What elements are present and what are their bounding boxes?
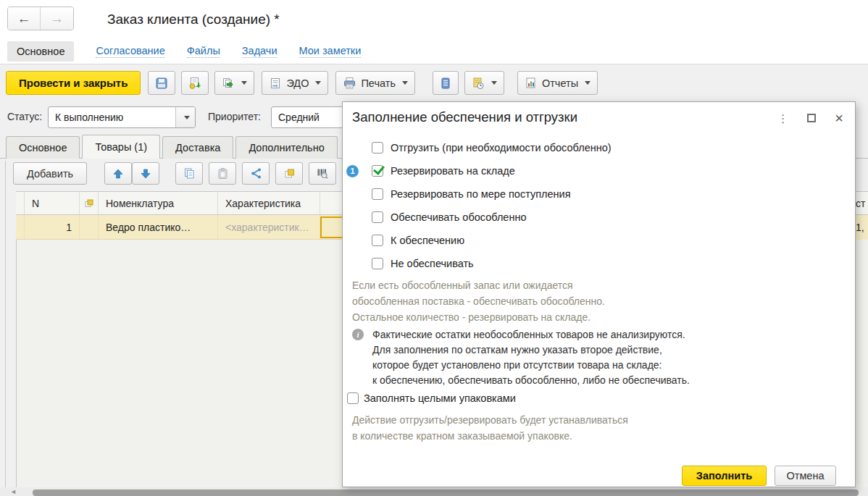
form-nav-tabs: Основное Согласование Файлы Задачи Мои з… — [7, 40, 361, 62]
edo-button[interactable]: ЭДО — [262, 71, 328, 95]
split-row-button[interactable] — [242, 162, 270, 185]
dropdown-caret-icon — [402, 81, 408, 85]
back-button[interactable]: ← — [8, 7, 41, 30]
print-button[interactable]: Печать — [335, 71, 415, 95]
characteristics-button[interactable] — [275, 162, 303, 185]
tab-additional[interactable]: Дополнительно — [235, 136, 337, 159]
paste-button[interactable] — [209, 162, 236, 185]
forward-button[interactable]: → — [41, 7, 73, 30]
selected-cell-outline[interactable] — [320, 217, 343, 238]
column-header-characteristic[interactable]: Характеристика — [218, 192, 320, 214]
status-value: К выполнению — [49, 107, 175, 127]
arrow-left-icon: ← — [17, 11, 31, 27]
barcode-magnifier-icon — [316, 167, 330, 180]
nav-tab-files[interactable]: Файлы — [187, 45, 220, 58]
reserve-hint-text: Если есть обособленный запас или ожидает… — [352, 277, 605, 325]
option-label[interactable]: Резервировать по мере поступления — [391, 188, 571, 200]
document-clock-icon — [472, 77, 485, 90]
scrollbar-thumb[interactable] — [33, 489, 859, 496]
post-and-close-button[interactable]: Провести и закрыть — [6, 71, 141, 95]
print-label: Печать — [361, 77, 396, 89]
fill-button[interactable]: Заполнить — [682, 466, 767, 486]
report-chart-icon — [525, 77, 538, 90]
status-dropdown-button[interactable] — [175, 107, 195, 127]
cell-nomenclature[interactable]: Ведро пластико… — [99, 215, 218, 239]
page-title: Заказ клиента (создание) * — [107, 12, 280, 28]
tab-delivery[interactable]: Доставка — [162, 136, 233, 159]
column-header-n[interactable]: N — [25, 192, 80, 214]
application-window: ← → Заказ клиента (создание) * Основное … — [0, 0, 868, 496]
option-no-provision[interactable]: Не обеспечивать — [343, 252, 850, 275]
checkbox[interactable] — [372, 188, 383, 200]
cell-characteristic[interactable]: <характеристик… — [218, 215, 320, 239]
nav-tab-main[interactable]: Основное — [7, 41, 74, 62]
checkbox[interactable] — [372, 258, 383, 269]
info-note-text: Фактические остатки необособленных товар… — [372, 327, 690, 388]
yellow-box-icon — [84, 198, 94, 209]
post-document-icon — [188, 77, 201, 90]
document-schedule-button[interactable] — [464, 71, 504, 95]
status-select[interactable]: К выполнению — [48, 106, 196, 128]
option-to-provision[interactable]: К обеспечению — [343, 229, 850, 252]
option-label[interactable]: Обеспечивать обособленно — [391, 211, 527, 223]
horizontal-scrollbar: ◄ — [0, 487, 868, 496]
edo-document-icon — [269, 77, 282, 90]
info-icon: i — [352, 329, 364, 340]
checkbox[interactable] — [347, 392, 359, 404]
barcode-search-button[interactable] — [309, 162, 336, 185]
arrow-up-icon — [112, 168, 124, 180]
copy-button[interactable] — [175, 162, 203, 185]
option-ship[interactable]: Отгрузить (при необходимости обособленно… — [343, 136, 850, 159]
option-label[interactable]: Резервировать на складе — [391, 165, 515, 177]
top-bar: ← → Заказ клиента (создание) * Основное … — [0, 0, 868, 64]
option-reserve-warehouse[interactable]: 1 Резервировать на складе — [343, 159, 850, 182]
clipped-column-header[interactable]: ст — [856, 191, 868, 215]
command-bar: Провести и закрыть ЭДО Печать — [0, 64, 868, 101]
post-document-button[interactable] — [181, 71, 209, 95]
scroll-left-arrow-icon[interactable]: ◄ — [10, 488, 17, 495]
yellow-box-icon — [283, 167, 296, 180]
checkbox[interactable] — [372, 211, 383, 223]
add-row-button[interactable]: Добавить — [13, 162, 87, 185]
option-reserve-incoming[interactable]: Резервировать по мере поступления — [343, 182, 850, 206]
reports-label: Отчеты — [542, 77, 578, 89]
cancel-button[interactable]: Отмена — [775, 466, 836, 486]
checkbox[interactable] — [372, 165, 383, 177]
tab-main[interactable]: Основное — [6, 136, 80, 159]
row-marker-cell — [16, 215, 25, 239]
reports-button[interactable]: Отчеты — [517, 71, 598, 95]
option-label[interactable]: Отгрузить (при необходимости обособленно… — [391, 142, 612, 154]
row-marker-header — [16, 192, 25, 214]
create-based-on-button[interactable] — [214, 71, 254, 95]
option-label[interactable]: Заполнять целыми упаковками — [364, 392, 516, 404]
cell-characteristic-flag[interactable] — [80, 215, 99, 239]
nav-tab-notes[interactable]: Мои заметки — [299, 45, 362, 58]
nav-tab-tasks[interactable]: Задачи — [242, 45, 277, 58]
dialog-title: Заполнение обеспечения и отгрузки — [352, 109, 577, 125]
move-up-button[interactable] — [104, 162, 132, 185]
floppy-icon — [155, 77, 168, 90]
cell-n[interactable]: 1 — [25, 215, 80, 239]
tab-goods[interactable]: Товары (1) — [82, 135, 160, 159]
nav-tab-approval[interactable]: Согласование — [96, 45, 164, 58]
detail-tabs: Основное Товары (1) Доставка Дополнитель… — [6, 135, 340, 159]
register-records-button[interactable] — [433, 71, 459, 95]
option-label[interactable]: Не обеспечивать — [391, 258, 474, 269]
option-label[interactable]: К обеспечению — [391, 235, 464, 246]
option-whole-packs[interactable]: Заполнять целыми упаковками — [343, 387, 850, 409]
checkbox[interactable] — [372, 142, 383, 154]
history-nav-group: ← → — [7, 7, 74, 30]
arrow-down-icon — [140, 168, 151, 180]
checkbox[interactable] — [372, 235, 383, 246]
maximize-icon[interactable] — [807, 114, 816, 122]
close-icon[interactable]: × — [835, 111, 843, 125]
column-header-nomenclature[interactable]: Номенклатура — [99, 192, 218, 214]
save-button[interactable] — [148, 71, 175, 95]
priority-label: Приоритет: — [208, 111, 261, 122]
arrow-right-icon: → — [50, 11, 64, 27]
clipped-cell-value[interactable]: 1, — [856, 215, 868, 240]
option-provide-separately[interactable]: Обеспечивать обособленно — [343, 206, 850, 229]
move-down-button[interactable] — [132, 162, 159, 185]
column-header-characteristic-flag[interactable] — [80, 192, 99, 214]
kebab-menu-icon[interactable]: ⋮ — [777, 113, 788, 124]
